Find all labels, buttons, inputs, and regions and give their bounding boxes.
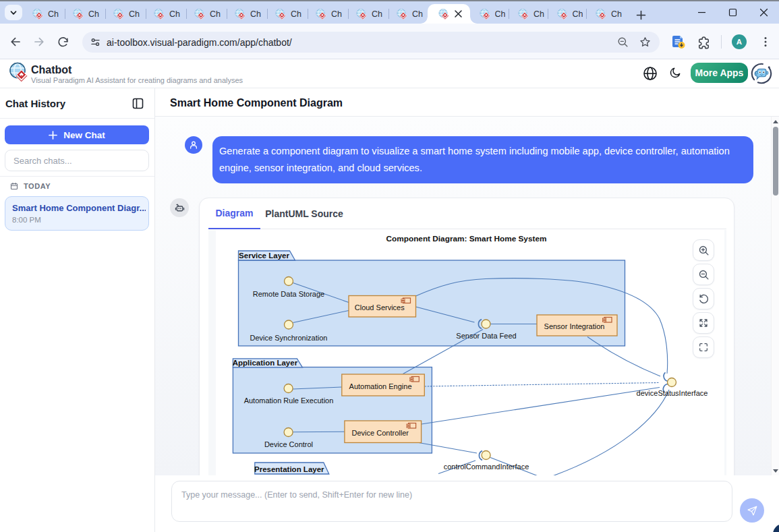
tab-separator [509,9,509,19]
tab-label: Ch [88,9,99,19]
tab-label: Ch [533,9,544,19]
tab-label: Ch [331,9,342,19]
tab-label: Ch [573,9,583,19]
send-button[interactable] [740,498,764,523]
bookmark-star-icon[interactable] [639,36,652,49]
assistant-response-card: DiagramPlantUML Source Service LayerAppl… [199,198,734,475]
conversation-title-bar: Smart Home Component Diagram [155,88,779,117]
browser-tab[interactable]: Ch [227,4,268,24]
tab-separator [548,9,548,19]
scroll-up-arrow[interactable] [772,117,779,125]
visual-paradigm-favicon [154,9,165,20]
browser-tab[interactable]: Ch [65,4,106,24]
visual-paradigm-favicon [438,9,449,20]
browser-tab[interactable]: Ch [509,4,548,24]
back-icon [9,35,22,49]
zoom-out-button[interactable] [693,264,714,285]
interface-name: Device Synchronization [250,334,328,342]
reset-view-button[interactable] [693,288,714,309]
interface-name: Sensor Data Feed [456,332,516,340]
more-apps-button[interactable]: More Apps [691,63,748,83]
close-window-button[interactable] [748,1,779,24]
diagram-component: Automation Engine [342,374,425,396]
browser-tab[interactable]: Ch [308,4,349,24]
new-tab-button[interactable] [633,7,649,23]
panel-left-icon [132,98,144,109]
diagram-package: Presentation Layer [254,463,329,474]
search-chats-box[interactable] [5,150,149,171]
tab-separator [146,9,146,19]
assistant-avatar[interactable] [750,62,773,85]
send-icon [747,505,758,516]
tab-separator [267,9,268,19]
message-input[interactable] [181,490,721,517]
browser-menu-button[interactable] [755,31,776,53]
browser-toolbar: ai-toolbox.visual-paradigm.com/app/chatb… [0,24,779,59]
browser-tab-active[interactable] [428,4,470,24]
chat-history-title: Chat History [5,98,65,109]
chat-viewport[interactable]: Generate a component diagram to visualiz… [155,117,771,475]
zoom-indicator-icon[interactable] [616,36,629,49]
language-button[interactable] [642,65,658,82]
expand-button[interactable] [693,312,714,334]
fullscreen-icon [698,342,709,353]
browser-tab[interactable]: Ch [146,4,187,24]
browser-tab[interactable]: Ch [587,4,626,24]
address-bar[interactable]: ai-toolbox.visual-paradigm.com/app/chatb… [82,32,660,53]
scrollbar-thumb[interactable] [773,127,778,196]
package-name: Presentation Layer [254,465,324,473]
tab-label: Ch [250,9,261,19]
maximize-button[interactable] [717,1,748,24]
dark-mode-button[interactable] [668,66,683,81]
profile-avatar[interactable]: A [732,34,747,49]
extensions-button[interactable] [693,31,714,53]
browser-tab[interactable]: Ch [25,4,65,24]
zoom-in-button[interactable] [693,239,714,261]
message-input-box[interactable] [171,481,732,522]
new-chat-button[interactable]: New Chat [5,125,149,144]
browser-tab[interactable]: Ch [548,4,587,24]
diagram-component: Cloud Services [349,296,416,318]
chat-history-item[interactable]: Smart Home Component Diagr... 8:00 PM [5,196,149,231]
scroll-down-arrow[interactable] [772,467,779,475]
search-chats-input[interactable] [13,156,135,166]
minimize-button[interactable] [686,1,717,24]
diagram-edge [545,390,669,475]
browser-tab[interactable]: Ch [471,4,510,24]
doc-extension-icon [670,34,687,50]
tab-label: Ch [291,9,301,19]
person-icon [188,140,199,150]
close-tab-icon[interactable] [455,10,462,18]
tab-separator [308,9,308,19]
browser-tab[interactable]: Ch [349,4,389,24]
browser-tab[interactable]: Ch [106,4,146,24]
tab-plantuml-source[interactable]: PlantUML Source [262,198,346,229]
fullscreen-button[interactable] [693,336,714,358]
visual-paradigm-favicon [397,9,407,20]
visual-paradigm-favicon [518,9,529,20]
visual-paradigm-favicon [235,9,246,20]
reload-button[interactable] [52,31,74,53]
chat-item-title: Smart Home Component Diagr... [12,203,146,213]
collapse-sidebar-button[interactable] [132,98,144,109]
tab-label: Ch [210,9,221,19]
tab-label: Ch [372,9,382,19]
diagram-container[interactable]: Service LayerApplication LayerPresentati… [208,230,726,475]
diagram-edge [425,383,660,387]
plus-icon [49,131,57,140]
sidebar: Chat History New Chat TODAY Smart Home C… [0,88,155,532]
back-button[interactable] [5,31,26,53]
tab-label: Diagram [215,208,253,218]
extension-docs-button[interactable] [668,31,689,53]
browser-tab[interactable]: Ch [268,4,308,24]
tab-diagram[interactable]: Diagram [208,198,260,229]
interface-name: deviceStatusInterface [637,389,708,397]
component-diagram-svg: Service LayerApplication LayerPresentati… [216,230,724,475]
kebab-menu-icon [760,36,771,47]
browser-tab[interactable]: Ch [187,4,227,24]
forward-button[interactable] [28,31,50,53]
tab-search-button[interactable] [5,5,22,20]
zoom-out-icon [698,269,710,280]
minimize-icon [697,8,706,17]
vertical-scrollbar[interactable] [771,117,779,475]
